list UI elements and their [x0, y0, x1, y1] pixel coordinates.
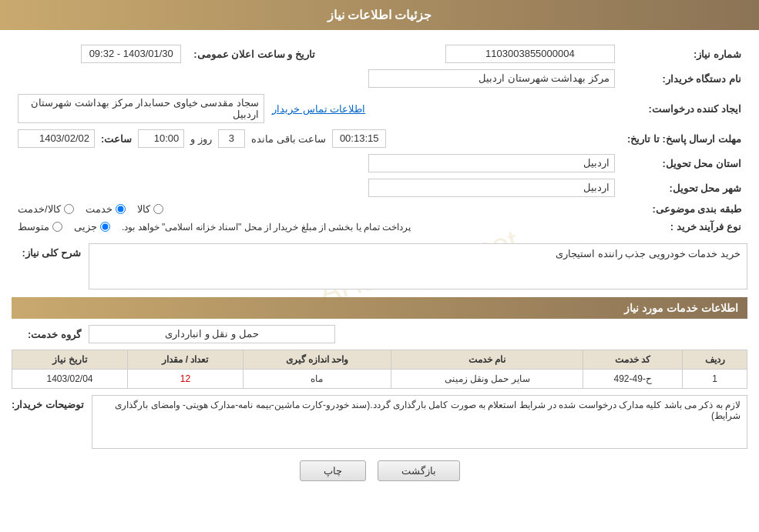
col-header-name: نام خدمت	[391, 350, 583, 370]
purchase-type-radio-group: متوسط جزیی	[18, 221, 110, 233]
col-header-count: تعداد / مقدار	[128, 350, 243, 370]
col-header-unit: واحد اندازه گیری	[243, 350, 391, 370]
subject-option-khedmat[interactable]: خدمت	[86, 203, 126, 215]
creator-field: سجاد مقدسی خیاوی حسابدار مرکز بهداشت شهر…	[18, 94, 264, 123]
col-header-radif: ردیف	[683, 350, 747, 370]
response-days-field: 3	[218, 129, 245, 148]
buyer-notes-section: توضیحات خریدار: لازم به ذکر می باشد کلیه…	[12, 395, 747, 449]
subject-khedmat-label: خدمت	[86, 203, 113, 215]
col-header-date: تاریخ نیاز	[12, 350, 128, 370]
table-row: 1 ح-49-492 سایر حمل ونقل زمینی ماه 12 14…	[12, 370, 747, 389]
creator-label: ایجاد کننده درخواست:	[621, 91, 747, 126]
action-buttons: بازگشت چاپ	[12, 460, 747, 481]
page-header: جزئیات اطلاعات نیاز	[0, 0, 759, 30]
subject-kala-radio[interactable]	[153, 204, 163, 214]
purchase-motavaset-label: متوسط	[18, 221, 49, 233]
delivery-province-label: استان محل تحویل:	[621, 151, 747, 176]
service-group-field: حمل و نقل و انبارداری	[89, 325, 335, 343]
delivery-city-label: شهر محل تحویل:	[621, 176, 747, 200]
print-button[interactable]: چاپ	[300, 460, 366, 481]
response-time-field: 10:00	[138, 129, 184, 148]
need-desc-label: شرح کلی نیاز:	[12, 243, 81, 259]
response-date-field: 1403/02/02	[18, 129, 95, 148]
purchase-type-label: نوع فرآیند خرید :	[621, 218, 747, 236]
announcement-date-value: 1403/01/30 - 09:32	[12, 42, 187, 66]
need-number-field: 1103003855000004	[445, 45, 615, 63]
services-section-header: اطلاعات خدمات مورد نیاز	[12, 297, 747, 319]
announcement-date-field: 1403/01/30 - 09:32	[81, 45, 181, 63]
subject-option-kala-khedmat[interactable]: کالا/خدمت	[18, 203, 74, 215]
buyer-notes-field: لازم به ذکر می باشد کلیه مدارک درخواست ش…	[92, 395, 747, 449]
purchase-motavaset-radio[interactable]	[52, 222, 62, 232]
buyer-notes-label: توضیحات خریدار:	[12, 395, 84, 410]
service-group-row: گروه خدمت: حمل و نقل و انبارداری	[12, 325, 747, 343]
subject-kala-khedmat-radio[interactable]	[64, 204, 74, 214]
need-number-label: شماره نیاز:	[621, 42, 747, 66]
subject-label: طبقه بندی موضوعی:	[621, 200, 747, 218]
buyer-org-field: مرکز بهداشت شهرستان اردبیل	[368, 69, 615, 88]
back-button[interactable]: بازگشت	[378, 460, 460, 481]
col-header-code: کد خدمت	[583, 350, 683, 370]
purchase-jozi-radio[interactable]	[100, 222, 110, 232]
purchase-type-motavaset[interactable]: متوسط	[18, 221, 62, 233]
need-desc-field: خرید خدمات خودرویی جذب راننده استیجاری	[89, 243, 747, 289]
need-number-value: 1103003855000004	[337, 42, 621, 66]
purchase-jozi-label: جزیی	[74, 221, 97, 233]
response-deadline-label: مهلت ارسال پاسخ: تا تاریخ:	[621, 126, 747, 151]
subject-khedmat-radio[interactable]	[116, 204, 126, 214]
cell-name: سایر حمل ونقل زمینی	[391, 370, 583, 389]
subject-kala-khedmat-label: کالا/خدمت	[18, 203, 61, 215]
cell-date: 1403/02/04	[12, 370, 128, 389]
cell-unit: ماه	[243, 370, 391, 389]
cell-count: 12	[128, 370, 243, 389]
response-remaining-field: 00:13:15	[332, 129, 386, 148]
cell-code: ح-49-492	[583, 370, 683, 389]
services-table: ردیف کد خدمت نام خدمت واحد اندازه گیری ت…	[12, 350, 747, 389]
cell-radif: 1	[683, 370, 747, 389]
subject-radio-group: کالا/خدمت خدمت کالا	[18, 203, 615, 215]
delivery-city-field: اردبیل	[368, 179, 615, 197]
page-title: جزئیات اطلاعات نیاز	[327, 8, 432, 22]
creator-contact-link[interactable]: اطلاعات تماس خریدار	[272, 103, 365, 115]
top-info-table: شماره نیاز: 1103003855000004 تاریخ و ساع…	[12, 42, 747, 236]
response-remaining-label: ساعت باقی مانده	[251, 133, 326, 145]
subject-option-kala[interactable]: کالا	[137, 203, 163, 215]
purchase-type-jozi[interactable]: جزیی	[74, 221, 110, 233]
need-description-section: شرح کلی نیاز: AHaTender.net خرید خدمات خ…	[12, 243, 747, 289]
response-time-label: ساعت:	[101, 133, 132, 145]
service-group-label: گروه خدمت:	[12, 329, 81, 340]
purchase-type-note: پرداخت تمام یا بخشی از مبلغ خریدار از مح…	[122, 222, 411, 233]
page-wrapper: جزئیات اطلاعات نیاز شماره نیاز: 11030038…	[0, 0, 759, 532]
announcement-date-label: تاریخ و ساعت اعلان عمومی:	[187, 42, 321, 66]
subject-kala-label: کالا	[137, 203, 150, 215]
response-days-label: روز و	[190, 133, 212, 145]
delivery-province-field: اردبیل	[368, 154, 615, 172]
buyer-org-label: نام دستگاه خریدار:	[621, 66, 747, 91]
content-area: شماره نیاز: 1103003855000004 تاریخ و ساع…	[0, 30, 759, 504]
